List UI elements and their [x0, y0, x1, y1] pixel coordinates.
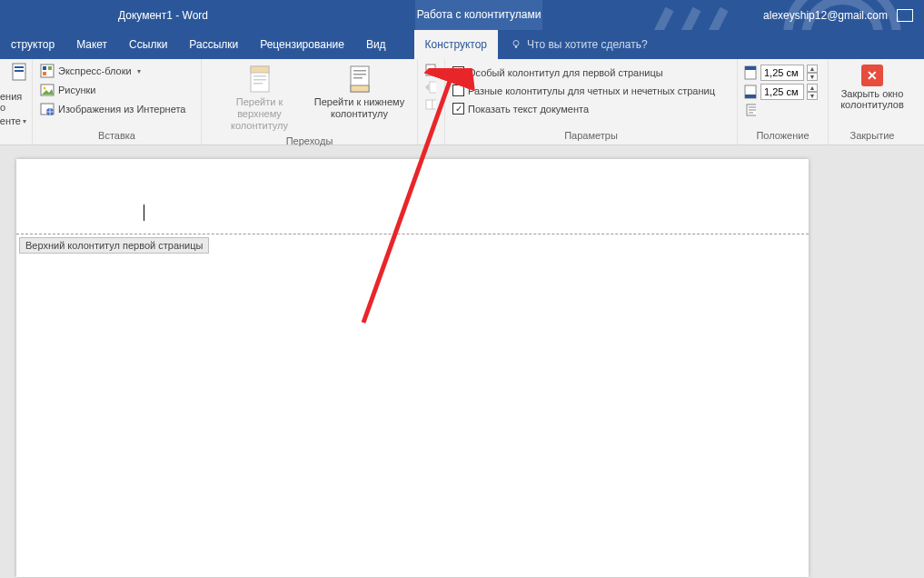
checkbox-checked-icon — [452, 66, 464, 78]
svg-rect-23 — [353, 74, 366, 75]
header-position-icon — [743, 65, 758, 80]
spin-up-icon[interactable]: ▲ — [807, 84, 818, 92]
header-icon — [245, 65, 274, 94]
footer-from-bottom-input[interactable]: ▲▼ — [743, 84, 818, 100]
page[interactable]: Верхний колонтитул первой страницы — [16, 159, 809, 577]
tab-constructor-cut[interactable]: структор — [0, 30, 65, 59]
svg-rect-25 — [426, 65, 435, 75]
svg-rect-22 — [353, 70, 366, 72]
ribbon: ения о менте▾ Экспресс-блоки▾ Рисунки Из… — [0, 59, 924, 145]
group-label-position: Положение — [743, 128, 822, 141]
doc-info-icon — [12, 63, 26, 88]
user-email[interactable]: alexeyship12@gmail.com — [763, 9, 888, 22]
pictures-icon — [40, 83, 55, 97]
title-bar: Документ1 - Word Работа с колонтитулами … — [0, 0, 924, 30]
text-cursor — [144, 204, 144, 221]
tab-design-active[interactable]: Конструктор — [414, 30, 498, 59]
link-previous-button — [423, 97, 438, 112]
lightbulb-icon — [511, 39, 522, 50]
header-boundary — [16, 234, 809, 234]
svg-rect-3 — [515, 46, 517, 48]
group-label-options: Параметры — [451, 128, 731, 141]
svg-rect-18 — [253, 79, 266, 81]
svg-rect-16 — [251, 66, 269, 73]
chevron-down-icon: ▾ — [23, 117, 26, 125]
ribbon-tabs: структор Макет Ссылки Рассылки Рецензиро… — [0, 30, 924, 59]
pictures-button[interactable]: Рисунки — [38, 82, 187, 98]
svg-rect-32 — [745, 95, 756, 98]
different-odd-even-checkbox[interactable]: Разные колонтитулы для четных и нечетных… — [451, 84, 717, 97]
spin-down-icon[interactable]: ▼ — [807, 92, 818, 100]
doc-info-label-1: ения о — [0, 91, 26, 113]
document-title: Документ1 - Word — [118, 9, 208, 22]
online-pictures-button[interactable]: Изображения из Интернета — [38, 101, 187, 117]
next-button — [423, 80, 438, 95]
tab-mailings[interactable]: Рассылки — [178, 30, 249, 59]
footer-position-icon — [743, 85, 758, 99]
document-area[interactable]: Верхний колонтитул первой страницы — [0, 145, 924, 578]
header-tag-label: Верхний колонтитул первой страницы — [19, 237, 209, 254]
quick-parts-button[interactable]: Экспресс-блоки▾ — [38, 63, 187, 79]
close-icon: ✕ — [861, 65, 883, 86]
svg-point-2 — [513, 41, 519, 46]
svg-rect-30 — [745, 66, 756, 70]
different-first-page-checkbox[interactable]: Особый колонтитул для первой страницы — [451, 65, 717, 79]
svg-rect-10 — [43, 72, 46, 75]
header-from-top-input[interactable]: ▲▼ — [743, 65, 818, 81]
tab-layout[interactable]: Макет — [65, 30, 118, 59]
svg-rect-9 — [48, 66, 52, 70]
checkbox-icon — [452, 85, 464, 96]
svg-rect-24 — [353, 77, 363, 79]
ribbon-display-icon[interactable] — [897, 9, 913, 22]
show-document-text-checkbox[interactable]: Показать текст документа — [451, 102, 717, 115]
previous-button[interactable] — [423, 63, 438, 77]
svg-point-12 — [44, 87, 46, 90]
tell-me-placeholder: Что вы хотите сделать? — [527, 38, 648, 51]
tab-references[interactable]: Ссылки — [118, 30, 178, 59]
context-tab-title: Работа с колонтитулами — [415, 0, 542, 30]
svg-rect-21 — [351, 85, 369, 92]
group-label-close: Закрытие — [834, 128, 910, 141]
svg-rect-8 — [43, 66, 46, 70]
svg-rect-28 — [432, 100, 436, 109]
goto-header-button: Перейти к верхнему колонтитулу — [210, 63, 310, 134]
group-label-insert: Вставка — [38, 128, 195, 141]
group-label-nav: Переходы — [207, 134, 412, 146]
spin-up-icon[interactable]: ▲ — [807, 65, 818, 73]
tab-review[interactable]: Рецензирование — [249, 30, 355, 59]
svg-rect-27 — [426, 100, 432, 109]
tell-me-search[interactable]: Что вы хотите сделать? — [511, 38, 648, 51]
footer-icon — [345, 65, 374, 94]
insert-alignment-tab-button[interactable] — [743, 103, 758, 117]
checkbox-checked-icon — [452, 103, 464, 115]
svg-rect-5 — [15, 66, 24, 68]
svg-rect-26 — [430, 82, 436, 93]
svg-rect-17 — [253, 75, 266, 77]
spin-down-icon[interactable]: ▼ — [807, 73, 818, 81]
close-header-footer-button[interactable]: ✕ Закрыть окно колонтитулов — [834, 63, 910, 112]
goto-footer-button[interactable]: Перейти к нижнему колонтитулу — [310, 63, 410, 122]
svg-rect-6 — [15, 70, 24, 72]
svg-rect-19 — [253, 83, 263, 85]
doc-info-label-2[interactable]: менте — [0, 115, 21, 126]
quick-parts-icon — [40, 64, 55, 78]
chevron-down-icon: ▾ — [137, 67, 141, 75]
online-pictures-icon — [40, 102, 55, 116]
tab-view[interactable]: Вид — [355, 30, 397, 59]
